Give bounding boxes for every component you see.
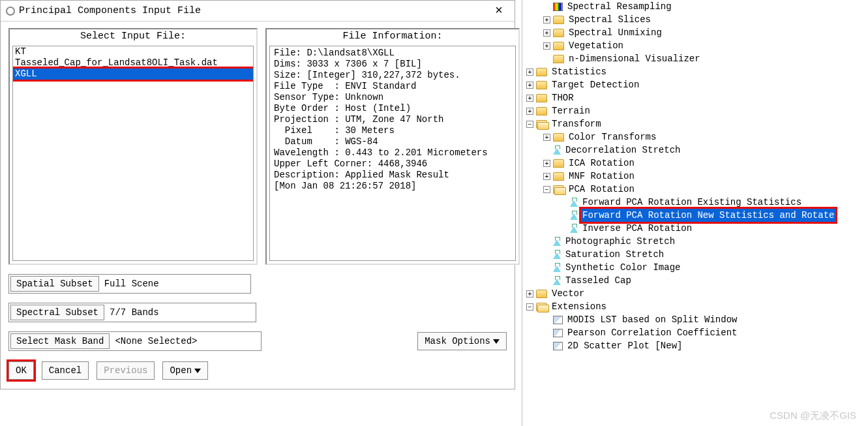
expand-icon[interactable]: + (543, 134, 550, 141)
tree-label[interactable]: Vector (550, 287, 586, 300)
expand-icon[interactable]: + (543, 160, 550, 167)
expand-icon[interactable]: + (526, 68, 533, 76)
tree-label[interactable]: Terrain (550, 104, 591, 117)
chevron-down-icon (493, 339, 500, 344)
tree-node[interactable]: +Terrain (522, 104, 867, 117)
tree-label[interactable]: Pearson Correlation Coefficient (566, 326, 738, 339)
expand-icon[interactable]: + (543, 42, 550, 50)
toolbox-tree[interactable]: Spectral Resampling+Spectral Slices+Spec… (522, 0, 867, 426)
tree-node[interactable]: −Transform (522, 117, 867, 130)
tree-label[interactable]: Transform (550, 117, 603, 130)
tree-node[interactable]: MODIS LST based on Split Window (522, 313, 867, 326)
mask-options-button[interactable]: Mask Options (417, 332, 507, 350)
tree-node[interactable]: Saturation Stretch (522, 248, 867, 261)
open-button[interactable]: Open (162, 361, 208, 380)
tree-label[interactable]: Synthetic Color Image (564, 261, 681, 274)
tree-label[interactable]: Spectral Unmixing (567, 26, 663, 39)
spectral-subset-value: 7/7 Bands (104, 305, 254, 320)
tree-label[interactable]: Vegetation (567, 39, 625, 52)
tree-node[interactable]: +ICA Rotation (522, 157, 867, 170)
tree-node[interactable]: 2D Scatter Plot [New] (522, 339, 867, 352)
tree-node[interactable]: +Spectral Unmixing (522, 26, 867, 39)
tree-node[interactable]: +MNF Rotation (522, 170, 867, 183)
tree-node[interactable]: n-Dimensional Visualizer (522, 52, 867, 65)
tree-spacer (543, 316, 550, 324)
spectral-subset-button[interactable]: Spectral Subset (10, 305, 104, 320)
expand-icon[interactable]: + (526, 82, 533, 89)
tree-node[interactable]: +Vegetation (522, 39, 867, 52)
tree-node[interactable]: Spectral Resampling (522, 0, 867, 13)
tree-label[interactable]: Target Detection (550, 78, 640, 91)
file-list-item[interactable]: Tasseled_Cap_for_Landsat8OLI_Task.dat (13, 57, 253, 68)
file-list-item[interactable]: XGLL (13, 68, 253, 80)
expand-icon[interactable]: + (543, 16, 550, 23)
collapse-icon[interactable]: − (526, 303, 533, 311)
folder-icon (553, 159, 564, 168)
tree-label[interactable]: n-Dimensional Visualizer (567, 52, 702, 65)
tree-node[interactable]: +Statistics (522, 65, 867, 78)
file-list-item[interactable]: KT (13, 46, 253, 57)
tree-label[interactable]: MNF Rotation (567, 170, 636, 183)
tree-label[interactable]: 2D Scatter Plot [New] (566, 339, 683, 352)
tree-node[interactable]: Pearson Correlation Coefficient (522, 326, 867, 339)
chevron-down-icon (194, 369, 201, 373)
ok-button[interactable]: OK (8, 361, 34, 380)
tree-node[interactable]: +Spectral Slices (522, 13, 867, 26)
folder-icon (536, 290, 547, 298)
tree-label[interactable]: ICA Rotation (567, 157, 636, 170)
tree-node[interactable]: Forward PCA Rotation Existing Statistics (522, 196, 867, 209)
tree-spacer (543, 277, 550, 284)
tree-label[interactable]: PCA Rotation (567, 183, 636, 196)
tree-node[interactable]: +Target Detection (522, 78, 867, 91)
folder-icon (553, 42, 564, 50)
tree-node[interactable]: Forward PCA Rotation New Statistics and … (522, 209, 867, 222)
tree-label[interactable]: Color Transforms (567, 130, 657, 144)
titlebar: Principal Components Input File × (1, 1, 515, 22)
expand-icon[interactable]: + (526, 290, 533, 297)
tree-node[interactable]: +Vector (522, 287, 867, 300)
tree-spacer (543, 342, 550, 350)
tree-node[interactable]: −Extensions (522, 300, 867, 313)
tool-icon (553, 263, 561, 272)
tree-label[interactable]: Tasseled Cap (564, 274, 633, 287)
folder-icon (553, 55, 564, 63)
tree-node[interactable]: +Color Transforms (522, 130, 867, 144)
tree-node[interactable]: Synthetic Color Image (522, 261, 867, 274)
close-icon[interactable]: × (488, 3, 509, 18)
folder-icon (553, 133, 564, 142)
tree-node[interactable]: Tasseled Cap (522, 274, 867, 287)
expand-icon[interactable]: + (526, 108, 533, 115)
tree-label[interactable]: Extensions (550, 300, 608, 313)
tree-label[interactable]: MODIS LST based on Split Window (566, 313, 738, 326)
tree-label[interactable]: THOR (550, 91, 575, 104)
previous-button: Previous (97, 361, 155, 380)
tree-node[interactable]: Decorrelation Stretch (522, 144, 867, 157)
tree-label[interactable]: Decorrelation Stretch (564, 144, 681, 157)
tree-node[interactable]: +THOR (522, 91, 867, 104)
tree-label[interactable]: Inverse PCA Rotation (581, 222, 693, 235)
collapse-icon[interactable]: − (526, 121, 533, 128)
input-file-list[interactable]: KTTasseled_Cap_for_Landsat8OLI_Task.datX… (12, 46, 254, 261)
tree-node[interactable]: Photographic Stretch (522, 235, 867, 248)
collapse-icon[interactable]: − (543, 186, 550, 193)
expand-icon[interactable]: + (526, 95, 533, 102)
tree-label[interactable]: Spectral Resampling (566, 0, 673, 13)
spatial-subset-value: Full Scene (99, 277, 249, 291)
tree-label[interactable]: Forward PCA Rotation New Statistics and … (581, 209, 835, 222)
tree-spacer (543, 329, 550, 337)
expand-icon[interactable]: + (543, 173, 550, 180)
tree-label[interactable]: Saturation Stretch (564, 248, 665, 261)
folder-icon (553, 29, 564, 37)
tree-label[interactable]: Forward PCA Rotation Existing Statistics (581, 196, 803, 209)
folder-icon (553, 16, 564, 24)
tree-label[interactable]: Spectral Slices (567, 13, 652, 26)
tree-spacer (543, 264, 550, 271)
tree-node[interactable]: −PCA Rotation (522, 183, 867, 196)
select-mask-band-button[interactable]: Select Mask Band (10, 333, 110, 349)
expand-icon[interactable]: + (543, 29, 550, 37)
tree-label[interactable]: Statistics (550, 65, 608, 78)
tree-label[interactable]: Photographic Stretch (564, 235, 676, 248)
spatial-subset-button[interactable]: Spatial Subset (10, 276, 99, 292)
cancel-button[interactable]: Cancel (42, 361, 89, 380)
tree-node[interactable]: Inverse PCA Rotation (522, 222, 867, 235)
